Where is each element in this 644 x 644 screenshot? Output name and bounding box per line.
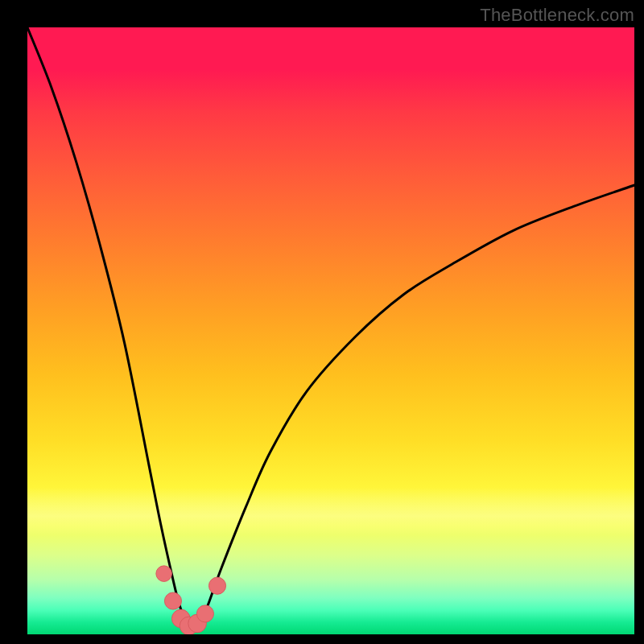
- plot-area: [27, 27, 634, 634]
- trough-marker: [164, 592, 181, 609]
- trough-marker: [156, 566, 172, 582]
- attribution-text: TheBottleneck.com: [480, 5, 634, 26]
- bottleneck-curve: [27, 27, 634, 627]
- chart-frame: TheBottleneck.com: [0, 0, 644, 644]
- trough-marker: [196, 605, 213, 622]
- trough-markers: [156, 566, 226, 634]
- curve-layer: [27, 27, 634, 634]
- trough-marker: [208, 577, 225, 594]
